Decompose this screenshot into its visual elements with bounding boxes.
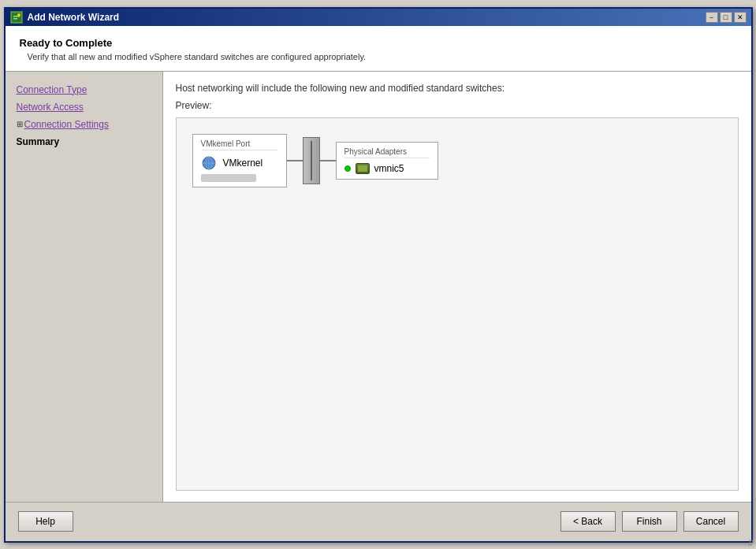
app-icon — [10, 11, 23, 24]
window-title: Add Network Wizard — [28, 12, 120, 23]
line-left — [287, 160, 303, 161]
header-description: Verify that all new and modified vSphere… — [28, 52, 737, 61]
sidebar: Connection Type Network Access ⊞ Connect… — [6, 72, 163, 502]
back-button[interactable]: < Back — [560, 511, 616, 532]
physical-adapters-box: Physical Adapters vmnic5 — [336, 142, 438, 180]
content-description: Host networking will include the followi… — [176, 83, 739, 94]
add-network-wizard-window: Add Network Wizard − □ ✕ Ready to Comple… — [4, 7, 753, 543]
sidebar-item-network-access[interactable]: Network Access — [13, 100, 155, 114]
connector-right — [320, 160, 336, 161]
connection-settings-link[interactable]: Connection Settings — [24, 119, 109, 130]
globe-icon — [201, 155, 217, 171]
footer-right: < Back Finish Cancel — [560, 511, 739, 532]
vmkernel-port-row: VMkernel — [201, 155, 278, 171]
resize-handle[interactable]: // — [748, 539, 753, 547]
expand-icon: ⊞ — [17, 120, 23, 128]
title-buttons: − □ ✕ — [706, 12, 747, 23]
footer: Help < Back Finish Cancel — [6, 502, 751, 541]
preview-box: VMkemel Port — [176, 117, 739, 491]
preview-label: Preview: — [176, 100, 739, 111]
connection-type-link[interactable]: Connection Type — [17, 84, 88, 95]
maximize-button[interactable]: □ — [720, 12, 732, 23]
network-diagram: VMkemel Port — [192, 134, 438, 187]
summary-label: Summary — [17, 136, 60, 147]
green-status-dot — [344, 165, 351, 172]
nic-name: vmnic5 — [374, 163, 404, 174]
nic-row: vmnic5 — [344, 163, 430, 174]
content-area: Host networking will include the followi… — [163, 72, 751, 502]
close-button[interactable]: ✕ — [734, 12, 747, 23]
vswitch-box — [303, 137, 320, 184]
header-title: Ready to Complete — [20, 37, 737, 49]
vmkernel-port-box: VMkemel Port — [192, 134, 287, 187]
vmkernel-port-label: VMkemel Port — [201, 139, 278, 150]
header-section: Ready to Complete Verify that all new an… — [6, 26, 751, 72]
cancel-button[interactable]: Cancel — [683, 511, 739, 532]
svg-rect-2 — [13, 18, 17, 20]
help-button[interactable]: Help — [18, 511, 73, 532]
ip-row — [201, 174, 278, 182]
title-bar-left: Add Network Wizard — [10, 11, 120, 24]
minimize-button[interactable]: − — [706, 12, 718, 23]
connector-left — [287, 160, 303, 161]
footer-left: Help — [18, 511, 73, 532]
ip-address-blurred — [201, 174, 256, 182]
vmkernel-name: VMkernel — [223, 158, 263, 169]
title-bar: Add Network Wizard − □ ✕ — [6, 9, 751, 26]
svg-point-3 — [17, 13, 20, 17]
sidebar-item-connection-type[interactable]: Connection Type — [13, 83, 155, 97]
window-content: Ready to Complete Verify that all new an… — [6, 26, 751, 541]
main-area: Connection Type Network Access ⊞ Connect… — [6, 72, 751, 502]
sidebar-item-connection-settings[interactable]: ⊞ Connection Settings — [13, 117, 155, 132]
line-right — [320, 160, 336, 161]
nic-icon — [356, 163, 370, 174]
physical-adapters-label: Physical Adapters — [344, 147, 430, 158]
network-access-link[interactable]: Network Access — [17, 102, 84, 113]
sidebar-item-summary: Summary — [13, 135, 155, 149]
finish-button[interactable]: Finish — [622, 511, 677, 532]
